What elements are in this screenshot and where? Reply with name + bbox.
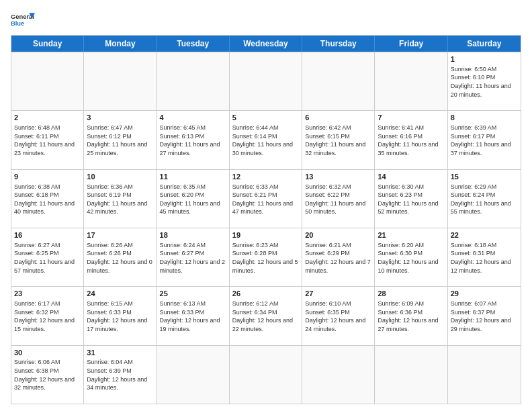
calendar-cell-6: 6Sunrise: 6:42 AM Sunset: 6:15 PM Daylig… xyxy=(302,111,375,169)
calendar-cell-29: 29Sunrise: 6:07 AM Sunset: 6:37 PM Dayli… xyxy=(448,287,521,345)
sun-info: Sunrise: 6:21 AM Sunset: 6:29 PM Dayligh… xyxy=(305,241,371,275)
sun-info: Sunrise: 6:44 AM Sunset: 6:14 PM Dayligh… xyxy=(232,124,299,157)
calendar-header: SundayMondayTuesdayWednesdayThursdayFrid… xyxy=(11,36,521,52)
calendar-week-4: 16Sunrise: 6:27 AM Sunset: 6:25 PM Dayli… xyxy=(11,228,521,286)
sun-info: Sunrise: 6:33 AM Sunset: 6:21 PM Dayligh… xyxy=(232,183,299,216)
day-number: 24 xyxy=(87,289,153,299)
day-number: 4 xyxy=(160,113,226,123)
day-number: 21 xyxy=(378,230,444,240)
day-number: 20 xyxy=(305,230,371,240)
sun-info: Sunrise: 6:10 AM Sunset: 6:35 PM Dayligh… xyxy=(305,300,371,333)
calendar-cell-2: 2Sunrise: 6:48 AM Sunset: 6:11 PM Daylig… xyxy=(11,111,84,169)
weekday-header-thursday: Thursday xyxy=(302,36,375,52)
sun-info: Sunrise: 6:41 AM Sunset: 6:16 PM Dayligh… xyxy=(378,124,444,157)
sun-info: Sunrise: 6:04 AM Sunset: 6:39 PM Dayligh… xyxy=(87,358,153,392)
sun-info: Sunrise: 6:39 AM Sunset: 6:17 PM Dayligh… xyxy=(451,124,518,157)
day-number: 19 xyxy=(232,230,299,240)
day-number: 28 xyxy=(378,289,444,299)
calendar-cell-24: 24Sunrise: 6:15 AM Sunset: 6:33 PM Dayli… xyxy=(84,287,157,345)
calendar-cell-empty-0-0 xyxy=(11,52,84,110)
sun-info: Sunrise: 6:12 AM Sunset: 6:34 PM Dayligh… xyxy=(232,300,299,333)
sun-info: Sunrise: 6:38 AM Sunset: 6:18 PM Dayligh… xyxy=(14,183,81,216)
day-number: 15 xyxy=(451,172,518,182)
sun-info: Sunrise: 6:45 AM Sunset: 6:13 PM Dayligh… xyxy=(160,124,226,157)
calendar-cell-5: 5Sunrise: 6:44 AM Sunset: 6:14 PM Daylig… xyxy=(230,111,302,169)
sun-info: Sunrise: 6:06 AM Sunset: 6:38 PM Dayligh… xyxy=(14,358,81,392)
calendar-cell-8: 8Sunrise: 6:39 AM Sunset: 6:17 PM Daylig… xyxy=(448,111,521,169)
calendar-cell-25: 25Sunrise: 6:13 AM Sunset: 6:33 PM Dayli… xyxy=(157,287,230,345)
day-number: 14 xyxy=(378,172,444,182)
calendar-cell-14: 14Sunrise: 6:30 AM Sunset: 6:23 PM Dayli… xyxy=(375,170,447,228)
calendar-page: General Blue SundayMondayTuesdayWednesda… xyxy=(0,0,532,411)
calendar-cell-empty-5-5 xyxy=(375,346,447,404)
day-number: 7 xyxy=(378,113,444,123)
day-number: 12 xyxy=(232,172,299,182)
calendar-cell-4: 4Sunrise: 6:45 AM Sunset: 6:13 PM Daylig… xyxy=(157,111,230,169)
calendar-cell-26: 26Sunrise: 6:12 AM Sunset: 6:34 PM Dayli… xyxy=(230,287,302,345)
day-number: 3 xyxy=(87,113,153,123)
day-number: 23 xyxy=(14,289,81,299)
day-number: 5 xyxy=(232,113,299,123)
day-number: 31 xyxy=(87,348,153,358)
calendar-cell-17: 17Sunrise: 6:26 AM Sunset: 6:26 PM Dayli… xyxy=(84,228,157,286)
weekday-header-sunday: Sunday xyxy=(11,36,84,52)
sun-info: Sunrise: 6:30 AM Sunset: 6:23 PM Dayligh… xyxy=(378,183,444,216)
day-number: 8 xyxy=(451,113,518,123)
day-number: 1 xyxy=(451,54,518,64)
calendar-week-3: 9Sunrise: 6:38 AM Sunset: 6:18 PM Daylig… xyxy=(11,169,521,228)
sun-info: Sunrise: 6:17 AM Sunset: 6:32 PM Dayligh… xyxy=(14,300,81,333)
calendar-cell-empty-0-4 xyxy=(302,52,375,110)
calendar-cell-27: 27Sunrise: 6:10 AM Sunset: 6:35 PM Dayli… xyxy=(302,287,375,345)
sun-info: Sunrise: 6:47 AM Sunset: 6:12 PM Dayligh… xyxy=(87,124,153,157)
day-number: 9 xyxy=(14,172,81,182)
calendar-cell-7: 7Sunrise: 6:41 AM Sunset: 6:16 PM Daylig… xyxy=(375,111,447,169)
calendar-cell-21: 21Sunrise: 6:20 AM Sunset: 6:30 PM Dayli… xyxy=(375,228,447,286)
calendar-week-2: 2Sunrise: 6:48 AM Sunset: 6:11 PM Daylig… xyxy=(11,110,521,169)
calendar-cell-28: 28Sunrise: 6:09 AM Sunset: 6:36 PM Dayli… xyxy=(375,287,447,345)
day-number: 10 xyxy=(87,172,153,182)
day-number: 6 xyxy=(305,113,371,123)
calendar-cell-empty-5-3 xyxy=(230,346,302,404)
calendar-week-6: 30Sunrise: 6:06 AM Sunset: 6:38 PM Dayli… xyxy=(11,345,521,404)
calendar-cell-18: 18Sunrise: 6:24 AM Sunset: 6:27 PM Dayli… xyxy=(157,228,230,286)
day-number: 18 xyxy=(160,230,226,240)
calendar-cell-16: 16Sunrise: 6:27 AM Sunset: 6:25 PM Dayli… xyxy=(11,228,84,286)
calendar-cell-11: 11Sunrise: 6:35 AM Sunset: 6:20 PM Dayli… xyxy=(157,170,230,228)
calendar-week-1: 1Sunrise: 6:50 AM Sunset: 6:10 PM Daylig… xyxy=(11,52,521,110)
sun-info: Sunrise: 6:24 AM Sunset: 6:27 PM Dayligh… xyxy=(160,241,226,275)
calendar-cell-10: 10Sunrise: 6:36 AM Sunset: 6:19 PM Dayli… xyxy=(84,170,157,228)
sun-info: Sunrise: 6:15 AM Sunset: 6:33 PM Dayligh… xyxy=(87,300,153,333)
generalblue-logo-icon: General Blue xyxy=(11,11,35,30)
day-number: 22 xyxy=(451,230,518,240)
day-number: 29 xyxy=(451,289,518,299)
day-number: 13 xyxy=(305,172,371,182)
weekday-header-saturday: Saturday xyxy=(448,36,521,52)
calendar-cell-empty-5-2 xyxy=(157,346,230,404)
calendar-cell-9: 9Sunrise: 6:38 AM Sunset: 6:18 PM Daylig… xyxy=(11,170,84,228)
day-number: 30 xyxy=(14,348,81,358)
calendar-week-5: 23Sunrise: 6:17 AM Sunset: 6:32 PM Dayli… xyxy=(11,286,521,345)
page-header: General Blue xyxy=(11,11,521,30)
sun-info: Sunrise: 6:13 AM Sunset: 6:33 PM Dayligh… xyxy=(160,300,226,333)
weekday-header-wednesday: Wednesday xyxy=(230,36,302,52)
weekday-header-monday: Monday xyxy=(84,36,157,52)
calendar-cell-empty-0-3 xyxy=(230,52,302,110)
sun-info: Sunrise: 6:27 AM Sunset: 6:25 PM Dayligh… xyxy=(14,241,81,275)
sun-info: Sunrise: 6:07 AM Sunset: 6:37 PM Dayligh… xyxy=(451,300,518,333)
calendar-cell-empty-0-5 xyxy=(375,52,447,110)
day-number: 16 xyxy=(14,230,81,240)
weekday-header-friday: Friday xyxy=(375,36,447,52)
calendar-cell-12: 12Sunrise: 6:33 AM Sunset: 6:21 PM Dayli… xyxy=(230,170,302,228)
sun-info: Sunrise: 6:48 AM Sunset: 6:11 PM Dayligh… xyxy=(14,124,81,157)
sun-info: Sunrise: 6:09 AM Sunset: 6:36 PM Dayligh… xyxy=(378,300,444,333)
calendar-cell-empty-0-1 xyxy=(84,52,157,110)
calendar: SundayMondayTuesdayWednesdayThursdayFrid… xyxy=(11,35,521,404)
sun-info: Sunrise: 6:35 AM Sunset: 6:20 PM Dayligh… xyxy=(160,183,226,216)
logo: General Blue xyxy=(11,11,35,30)
sun-info: Sunrise: 6:29 AM Sunset: 6:24 PM Dayligh… xyxy=(451,183,518,216)
calendar-cell-22: 22Sunrise: 6:18 AM Sunset: 6:31 PM Dayli… xyxy=(448,228,521,286)
calendar-cell-30: 30Sunrise: 6:06 AM Sunset: 6:38 PM Dayli… xyxy=(11,346,84,404)
calendar-cell-empty-5-6 xyxy=(448,346,521,404)
sun-info: Sunrise: 6:26 AM Sunset: 6:26 PM Dayligh… xyxy=(87,241,153,275)
calendar-body: 1Sunrise: 6:50 AM Sunset: 6:10 PM Daylig… xyxy=(11,52,521,404)
